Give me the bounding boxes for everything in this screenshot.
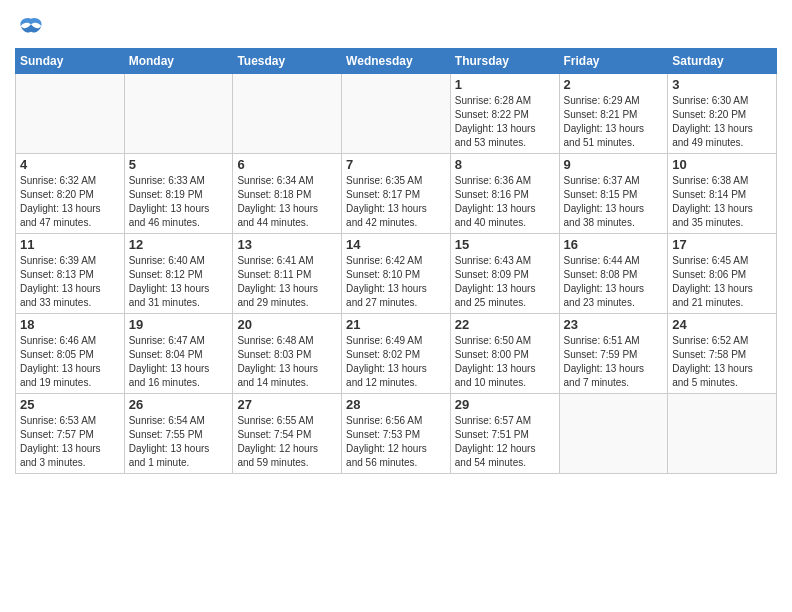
day-number: 27 [237,397,337,412]
day-info: Sunrise: 6:32 AMSunset: 8:20 PMDaylight:… [20,174,120,230]
calendar-cell: 10Sunrise: 6:38 AMSunset: 8:14 PMDayligh… [668,154,777,234]
day-info: Sunrise: 6:40 AMSunset: 8:12 PMDaylight:… [129,254,229,310]
logo-bird-icon [17,14,45,42]
calendar-cell: 25Sunrise: 6:53 AMSunset: 7:57 PMDayligh… [16,394,125,474]
calendar-cell: 13Sunrise: 6:41 AMSunset: 8:11 PMDayligh… [233,234,342,314]
calendar-cell [16,74,125,154]
calendar-cell: 27Sunrise: 6:55 AMSunset: 7:54 PMDayligh… [233,394,342,474]
day-number: 22 [455,317,555,332]
calendar-cell: 26Sunrise: 6:54 AMSunset: 7:55 PMDayligh… [124,394,233,474]
day-number: 21 [346,317,446,332]
calendar-cell: 23Sunrise: 6:51 AMSunset: 7:59 PMDayligh… [559,314,668,394]
day-number: 19 [129,317,229,332]
day-number: 9 [564,157,664,172]
day-info: Sunrise: 6:51 AMSunset: 7:59 PMDaylight:… [564,334,664,390]
calendar-cell: 2Sunrise: 6:29 AMSunset: 8:21 PMDaylight… [559,74,668,154]
header-cell-thursday: Thursday [450,49,559,74]
calendar-cell [124,74,233,154]
day-info: Sunrise: 6:42 AMSunset: 8:10 PMDaylight:… [346,254,446,310]
calendar-cell: 7Sunrise: 6:35 AMSunset: 8:17 PMDaylight… [342,154,451,234]
calendar-cell: 16Sunrise: 6:44 AMSunset: 8:08 PMDayligh… [559,234,668,314]
calendar-cell: 1Sunrise: 6:28 AMSunset: 8:22 PMDaylight… [450,74,559,154]
calendar-cell: 12Sunrise: 6:40 AMSunset: 8:12 PMDayligh… [124,234,233,314]
day-number: 29 [455,397,555,412]
day-info: Sunrise: 6:41 AMSunset: 8:11 PMDaylight:… [237,254,337,310]
header-cell-tuesday: Tuesday [233,49,342,74]
day-info: Sunrise: 6:36 AMSunset: 8:16 PMDaylight:… [455,174,555,230]
day-number: 20 [237,317,337,332]
day-number: 16 [564,237,664,252]
calendar-cell: 21Sunrise: 6:49 AMSunset: 8:02 PMDayligh… [342,314,451,394]
day-number: 7 [346,157,446,172]
calendar-cell: 14Sunrise: 6:42 AMSunset: 8:10 PMDayligh… [342,234,451,314]
day-number: 3 [672,77,772,92]
header [15,10,777,42]
calendar-table: SundayMondayTuesdayWednesdayThursdayFrid… [15,48,777,474]
calendar-week-3: 11Sunrise: 6:39 AMSunset: 8:13 PMDayligh… [16,234,777,314]
day-info: Sunrise: 6:46 AMSunset: 8:05 PMDaylight:… [20,334,120,390]
day-number: 5 [129,157,229,172]
day-info: Sunrise: 6:47 AMSunset: 8:04 PMDaylight:… [129,334,229,390]
day-info: Sunrise: 6:56 AMSunset: 7:53 PMDaylight:… [346,414,446,470]
day-info: Sunrise: 6:44 AMSunset: 8:08 PMDaylight:… [564,254,664,310]
day-number: 4 [20,157,120,172]
day-info: Sunrise: 6:37 AMSunset: 8:15 PMDaylight:… [564,174,664,230]
day-number: 13 [237,237,337,252]
day-info: Sunrise: 6:35 AMSunset: 8:17 PMDaylight:… [346,174,446,230]
calendar-cell [233,74,342,154]
calendar-cell: 4Sunrise: 6:32 AMSunset: 8:20 PMDaylight… [16,154,125,234]
day-info: Sunrise: 6:29 AMSunset: 8:21 PMDaylight:… [564,94,664,150]
header-cell-saturday: Saturday [668,49,777,74]
day-info: Sunrise: 6:33 AMSunset: 8:19 PMDaylight:… [129,174,229,230]
calendar-cell: 8Sunrise: 6:36 AMSunset: 8:16 PMDaylight… [450,154,559,234]
day-info: Sunrise: 6:34 AMSunset: 8:18 PMDaylight:… [237,174,337,230]
calendar-cell: 24Sunrise: 6:52 AMSunset: 7:58 PMDayligh… [668,314,777,394]
day-number: 23 [564,317,664,332]
day-number: 18 [20,317,120,332]
calendar-cell: 29Sunrise: 6:57 AMSunset: 7:51 PMDayligh… [450,394,559,474]
calendar-cell: 15Sunrise: 6:43 AMSunset: 8:09 PMDayligh… [450,234,559,314]
calendar-cell: 18Sunrise: 6:46 AMSunset: 8:05 PMDayligh… [16,314,125,394]
day-number: 2 [564,77,664,92]
day-info: Sunrise: 6:48 AMSunset: 8:03 PMDaylight:… [237,334,337,390]
header-cell-sunday: Sunday [16,49,125,74]
day-info: Sunrise: 6:28 AMSunset: 8:22 PMDaylight:… [455,94,555,150]
day-info: Sunrise: 6:55 AMSunset: 7:54 PMDaylight:… [237,414,337,470]
calendar-body: 1Sunrise: 6:28 AMSunset: 8:22 PMDaylight… [16,74,777,474]
header-row: SundayMondayTuesdayWednesdayThursdayFrid… [16,49,777,74]
calendar-cell: 11Sunrise: 6:39 AMSunset: 8:13 PMDayligh… [16,234,125,314]
header-cell-monday: Monday [124,49,233,74]
calendar-cell [559,394,668,474]
calendar-cell: 6Sunrise: 6:34 AMSunset: 8:18 PMDaylight… [233,154,342,234]
day-number: 14 [346,237,446,252]
calendar-header: SundayMondayTuesdayWednesdayThursdayFrid… [16,49,777,74]
day-number: 26 [129,397,229,412]
calendar-cell: 20Sunrise: 6:48 AMSunset: 8:03 PMDayligh… [233,314,342,394]
header-cell-wednesday: Wednesday [342,49,451,74]
day-number: 17 [672,237,772,252]
calendar-cell [668,394,777,474]
logo [15,14,45,42]
calendar-cell: 17Sunrise: 6:45 AMSunset: 8:06 PMDayligh… [668,234,777,314]
calendar-cell: 28Sunrise: 6:56 AMSunset: 7:53 PMDayligh… [342,394,451,474]
calendar-week-4: 18Sunrise: 6:46 AMSunset: 8:05 PMDayligh… [16,314,777,394]
day-number: 8 [455,157,555,172]
calendar-week-1: 1Sunrise: 6:28 AMSunset: 8:22 PMDaylight… [16,74,777,154]
day-number: 6 [237,157,337,172]
day-number: 10 [672,157,772,172]
day-info: Sunrise: 6:38 AMSunset: 8:14 PMDaylight:… [672,174,772,230]
day-number: 25 [20,397,120,412]
day-number: 11 [20,237,120,252]
day-number: 24 [672,317,772,332]
day-info: Sunrise: 6:50 AMSunset: 8:00 PMDaylight:… [455,334,555,390]
header-cell-friday: Friday [559,49,668,74]
day-number: 1 [455,77,555,92]
day-info: Sunrise: 6:57 AMSunset: 7:51 PMDaylight:… [455,414,555,470]
calendar-cell: 22Sunrise: 6:50 AMSunset: 8:00 PMDayligh… [450,314,559,394]
calendar-cell: 5Sunrise: 6:33 AMSunset: 8:19 PMDaylight… [124,154,233,234]
day-info: Sunrise: 6:30 AMSunset: 8:20 PMDaylight:… [672,94,772,150]
day-info: Sunrise: 6:53 AMSunset: 7:57 PMDaylight:… [20,414,120,470]
day-number: 28 [346,397,446,412]
calendar-cell [342,74,451,154]
day-info: Sunrise: 6:52 AMSunset: 7:58 PMDaylight:… [672,334,772,390]
